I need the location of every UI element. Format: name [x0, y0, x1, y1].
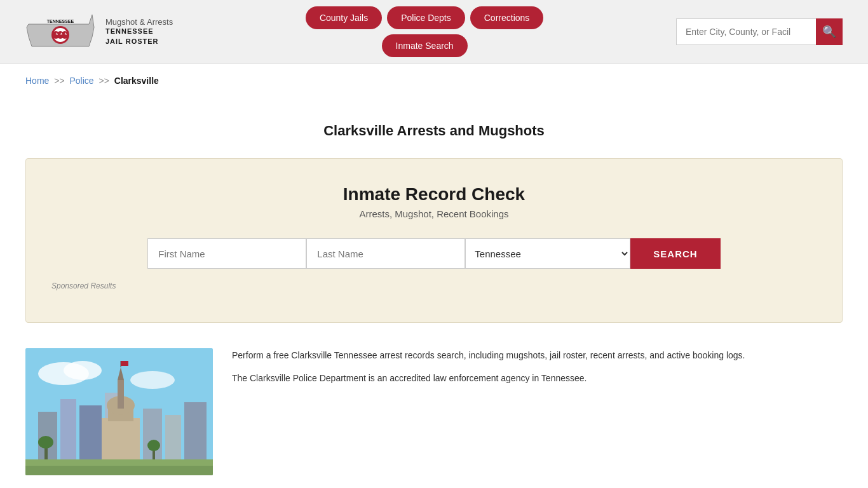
nav-corrections-button[interactable]: Corrections [470, 6, 544, 29]
page-title: Clarksville Arrests and Mugshots [25, 123, 843, 139]
svg-rect-21 [118, 380, 124, 409]
breadcrumb-sep1: >> [54, 76, 64, 86]
breadcrumb-sep2: >> [99, 76, 109, 86]
header-search-button[interactable]: 🔍 [816, 18, 843, 45]
header-search-area: 🔍 [676, 18, 843, 45]
logo-title-line1: TENNESSEE [105, 27, 173, 36]
svg-point-12 [64, 361, 102, 380]
breadcrumb-home[interactable]: Home [25, 76, 49, 86]
record-search-button[interactable]: SEARCH [630, 238, 720, 269]
svg-rect-16 [79, 405, 102, 463]
content-text-area: Perform a free Clarksville Tennessee arr… [232, 348, 745, 394]
svg-text:TENNESSEE: TENNESSEE [47, 19, 74, 24]
inmate-record-check-box: Inmate Record Check Arrests, Mugshot, Re… [25, 158, 843, 323]
svg-rect-33 [25, 466, 213, 475]
header-search-input[interactable] [676, 18, 816, 45]
svg-point-31 [147, 440, 160, 451]
svg-rect-15 [60, 399, 76, 463]
svg-rect-26 [165, 415, 181, 463]
svg-point-29 [38, 436, 53, 449]
nav-area: County Jails Police Depts Corrections In… [306, 6, 543, 57]
last-name-input[interactable] [306, 238, 465, 269]
first-name-input[interactable] [147, 238, 306, 269]
city-image [25, 348, 213, 475]
state-select[interactable]: Tennessee Alabama Georgia Kentucky [465, 238, 630, 269]
content-paragraph-2: The Clarksville Police Department is an … [232, 371, 745, 386]
svg-rect-24 [121, 361, 128, 366]
record-check-title: Inmate Record Check [51, 184, 817, 205]
breadcrumb: Home >> Police >> Clarksville [0, 64, 868, 97]
logo-text: Mugshot & Arrests TENNESSEE JAIL ROSTER [105, 17, 173, 46]
svg-rect-27 [184, 402, 207, 463]
breadcrumb-police[interactable]: Police [70, 76, 94, 86]
record-search-form: Tennessee Alabama Georgia Kentucky SEARC… [51, 238, 817, 269]
record-check-subtitle: Arrests, Mugshot, Recent Bookings [51, 208, 817, 219]
header: TENNESSEE Mugshot & Arrests TENNESSEE JA… [0, 0, 868, 64]
site-logo: TENNESSEE [25, 11, 95, 53]
nav-county-jails-button[interactable]: County Jails [306, 6, 382, 29]
sponsored-label: Sponsored Results [51, 281, 817, 290]
content-paragraph-1: Perform a free Clarksville Tennessee arr… [232, 348, 745, 363]
page-content: Clarksville Arrests and Mugshots Inmate … [0, 97, 868, 488]
nav-row-2: Inmate Search [382, 34, 468, 57]
nav-police-depts-button[interactable]: Police Depts [387, 6, 465, 29]
nav-inmate-search-button[interactable]: Inmate Search [382, 34, 468, 57]
logo-area: TENNESSEE Mugshot & Arrests TENNESSEE JA… [25, 11, 173, 53]
breadcrumb-current: Clarksville [114, 76, 159, 86]
logo-title-line2: JAIL ROSTER [105, 37, 173, 46]
nav-row-1: County Jails Police Depts Corrections [306, 6, 543, 29]
svg-point-13 [130, 371, 175, 389]
logo-subtitle: Mugshot & Arrests [105, 17, 173, 27]
search-icon: 🔍 [822, 25, 836, 39]
lower-content: Perform a free Clarksville Tennessee arr… [25, 342, 843, 475]
